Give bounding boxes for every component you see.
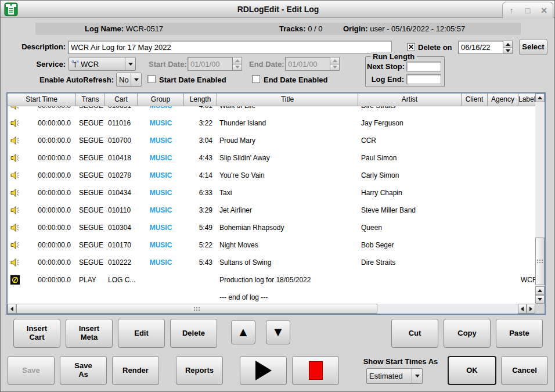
- title-cell: Night Moves: [217, 236, 358, 254]
- autorefresh-combobox[interactable]: No: [116, 73, 142, 87]
- group-cell: [138, 289, 184, 304]
- spin-up-button[interactable]: [503, 41, 513, 48]
- copy-button[interactable]: Copy: [444, 319, 491, 348]
- agency-cell: [488, 114, 518, 132]
- column-header-start-time[interactable]: Start Time: [8, 93, 76, 106]
- move-up-button[interactable]: ▲: [231, 320, 255, 344]
- column-header-agency[interactable]: Agency: [488, 93, 518, 106]
- log-row[interactable]: 00:00:00.0 SEGUE 010651 MUSIC 4:01 Walk …: [8, 106, 535, 114]
- description-label: Description:: [18, 42, 66, 51]
- vertical-scrollbar-thumb[interactable]: [535, 238, 545, 285]
- select-date-button[interactable]: Select: [519, 39, 547, 55]
- maximize-window-icon[interactable]: □: [522, 6, 533, 15]
- log-row[interactable]: --- end of log ---: [8, 289, 535, 304]
- log-row[interactable]: 00:00:00.0 SEGUE 011016 MUSIC 3:22 Thund…: [8, 114, 535, 132]
- log-row[interactable]: 00:00:00.0 SEGUE 010418 MUSIC 4:43 Slip …: [8, 149, 535, 167]
- log-row[interactable]: 00:00:00.0 SEGUE 010170 MUSIC 5:22 Night…: [8, 236, 535, 254]
- log-row[interactable]: 00:00:00.0 SEGUE 010434 MUSIC 6:33 Taxi …: [8, 184, 535, 202]
- origin-value: user - 05/16/2022 - 12:05:57: [370, 24, 465, 33]
- start-times-combo-arrow[interactable]: [412, 369, 422, 383]
- insert-cart-button[interactable]: Insert Cart: [13, 319, 60, 348]
- cut-button[interactable]: Cut: [391, 319, 438, 348]
- speaker-icon: [10, 136, 20, 145]
- horizontal-scrollbar-track[interactable]: [377, 304, 518, 314]
- edit-button[interactable]: Edit: [118, 319, 165, 348]
- log-row[interactable]: 00:00:00.0 SEGUE 010700 MUSIC 3:04 Proud…: [8, 132, 535, 149]
- autorefresh-combo-arrow[interactable]: [131, 73, 141, 86]
- close-window-icon[interactable]: ✕: [539, 6, 549, 15]
- log-row[interactable]: 00:00:00.0 PLAY LOG C... Production log …: [8, 271, 535, 289]
- title-bar[interactable]: RDLogEdit - Edit Log ↑ □ ✕: [1, 1, 555, 18]
- row-type-icon: [10, 153, 20, 163]
- column-header-label[interactable]: Label: [518, 93, 535, 106]
- antenna-icon: [71, 60, 79, 68]
- vertical-scrollbar[interactable]: [535, 93, 545, 304]
- cancel-button[interactable]: Cancel: [501, 356, 548, 385]
- end-date-enabled-checkbox[interactable]: [252, 75, 260, 83]
- cart-cell: 010110: [105, 202, 138, 219]
- service-combo-arrow[interactable]: [125, 57, 135, 70]
- stop-button[interactable]: [292, 356, 339, 385]
- render-button[interactable]: Render: [112, 356, 159, 385]
- log-end-input: [406, 74, 441, 84]
- label-cell: [518, 106, 535, 114]
- scroll-left-button[interactable]: [8, 304, 16, 314]
- column-header-title[interactable]: Title: [217, 93, 358, 106]
- artist-cell: Paul Simon: [358, 149, 462, 167]
- length-cell: 3:04: [184, 132, 217, 149]
- service-combobox[interactable]: WCR: [69, 57, 136, 71]
- log-name-label: Log Name:: [85, 24, 124, 33]
- length-cell: 5:49: [184, 219, 217, 236]
- row-type-icon: [10, 118, 20, 128]
- horizontal-scrollbar[interactable]: [8, 304, 535, 314]
- label-cell: WCR-: [518, 271, 535, 289]
- scroll-left-button-secondary[interactable]: [518, 304, 527, 314]
- column-header-length[interactable]: Length: [184, 93, 217, 106]
- scroll-left-icon: [10, 307, 13, 311]
- start-time-cell: 00:00:00.0: [8, 271, 76, 289]
- insert-meta-button[interactable]: Insert Meta: [66, 319, 113, 348]
- chevron-down-icon: [128, 63, 133, 66]
- start-date-enabled-checkbox[interactable]: [147, 75, 156, 83]
- title-cell: Taxi: [217, 184, 358, 202]
- client-cell: [462, 149, 488, 167]
- ok-button[interactable]: OK: [448, 356, 496, 385]
- speaker-icon: [10, 153, 20, 163]
- log-row[interactable]: 00:00:00.0 SEGUE 010222 MUSIC 5:43 Sulta…: [8, 254, 535, 271]
- column-header-artist[interactable]: Artist: [358, 93, 462, 106]
- start-time-cell: 00:00:00.0: [8, 184, 76, 202]
- start-time-value: 00:00:00.0: [38, 258, 71, 267]
- log-row[interactable]: 00:00:00.0 SEGUE 010278 MUSIC 4:14 You'r…: [8, 167, 535, 184]
- scroll-up-button-secondary[interactable]: [535, 286, 545, 295]
- column-header-cart[interactable]: Cart: [105, 93, 138, 106]
- save-as-button[interactable]: Save As: [60, 356, 107, 385]
- cart-cell: [105, 289, 138, 304]
- scroll-down-button[interactable]: [535, 295, 545, 304]
- paste-button[interactable]: Paste: [496, 319, 543, 348]
- scroll-up-icon: [538, 289, 542, 292]
- log-row[interactable]: 00:00:00.0 SEGUE 010110 MUSIC 3:29 Jet A…: [8, 202, 535, 219]
- horizontal-scrollbar-thumb[interactable]: [16, 304, 377, 314]
- scroll-up-button[interactable]: [535, 93, 545, 102]
- log-row[interactable]: 00:00:00.0 SEGUE 010304 MUSIC 5:49 Bohem…: [8, 219, 535, 236]
- move-down-button[interactable]: ▼: [266, 320, 290, 344]
- spin-down-button[interactable]: [503, 48, 513, 54]
- delete-button[interactable]: Delete: [170, 319, 217, 348]
- start-times-combobox[interactable]: Estimated: [366, 368, 423, 384]
- shade-window-icon[interactable]: ↑: [506, 6, 517, 15]
- column-header-client[interactable]: Client: [462, 93, 488, 106]
- delete-date-input[interactable]: [458, 41, 503, 54]
- column-header-trans[interactable]: Trans: [76, 93, 105, 106]
- description-input[interactable]: [68, 41, 392, 54]
- play-button[interactable]: [240, 356, 287, 385]
- scroll-right-button[interactable]: [527, 304, 535, 314]
- client-cell: [462, 114, 488, 132]
- agency-cell: [488, 132, 518, 149]
- reports-button[interactable]: Reports: [176, 356, 223, 385]
- client-cell: [462, 289, 488, 304]
- title-cell: Proud Mary: [217, 132, 358, 149]
- speaker-icon: [10, 171, 20, 180]
- column-header-group[interactable]: Group: [138, 93, 184, 106]
- delete-on-checkbox[interactable]: [407, 43, 415, 51]
- start-time-cell: [8, 289, 76, 304]
